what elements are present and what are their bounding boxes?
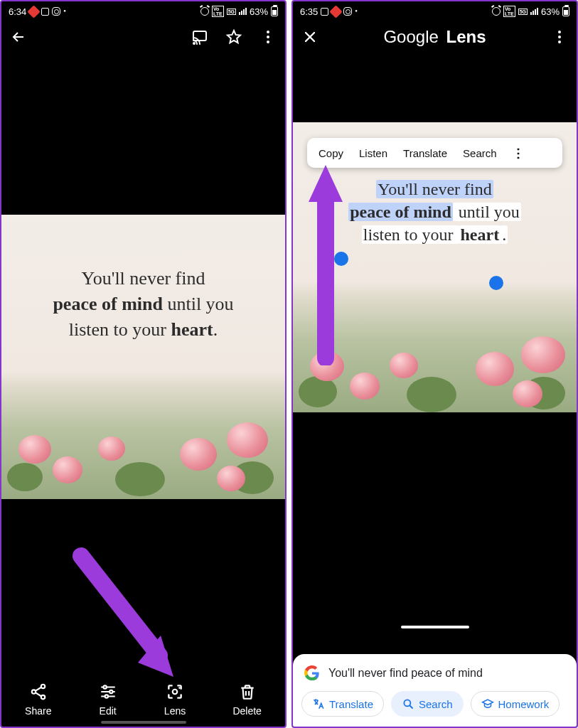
lens-mode-chips: Translate Search Homework bbox=[301, 691, 568, 717]
svg-point-8 bbox=[103, 685, 106, 688]
search-icon bbox=[402, 697, 414, 710]
volte-icon: VoLTE bbox=[503, 6, 515, 17]
svg-point-14 bbox=[558, 31, 561, 33]
chip-search[interactable]: Search bbox=[391, 691, 464, 717]
svg-point-12 bbox=[173, 690, 176, 693]
selection-handle-start[interactable] bbox=[334, 252, 348, 266]
chip-label: Search bbox=[419, 698, 453, 710]
photos-viewer-screen: 6:34 ● VoLTE 5G 63% bbox=[0, 0, 287, 728]
app-topbar bbox=[1, 21, 285, 53]
photo-flowers bbox=[293, 282, 577, 412]
status-bar: 6:34 ● VoLTE 5G 63% bbox=[1, 1, 285, 21]
svg-point-1 bbox=[193, 43, 195, 44]
svg-point-15 bbox=[558, 36, 561, 38]
chip-label: Homework bbox=[498, 698, 550, 710]
text-actions-overflow[interactable]: ⋯ bbox=[510, 147, 526, 159]
selection-handle-end[interactable] bbox=[489, 276, 503, 290]
lens-label: Lens bbox=[164, 705, 186, 717]
lens-title: Google Lens bbox=[383, 27, 486, 47]
lens-topbar: Google Lens bbox=[293, 21, 577, 53]
signal-icon bbox=[530, 8, 538, 15]
translate-icon bbox=[312, 697, 325, 710]
battery-pct: 63% bbox=[541, 6, 560, 17]
svg-point-3 bbox=[267, 36, 269, 38]
clock: 6:35 bbox=[300, 6, 318, 17]
favorite-button[interactable] bbox=[225, 28, 242, 46]
svg-point-13 bbox=[178, 687, 181, 689]
lens-button[interactable]: Lens bbox=[164, 682, 186, 717]
graduation-cap-icon bbox=[481, 697, 494, 710]
more-notifs-icon: ● bbox=[355, 9, 358, 13]
photo-quote-text: You'll never find peace of mind until yo… bbox=[1, 266, 285, 343]
google-logo-icon bbox=[304, 665, 320, 681]
delete-button[interactable]: Delete bbox=[232, 682, 261, 717]
annotation-arrow bbox=[67, 542, 188, 691]
search-button[interactable]: Search bbox=[463, 147, 497, 159]
chip-label: Translate bbox=[329, 698, 373, 710]
clock: 6:34 bbox=[9, 6, 26, 17]
copy-button[interactable]: Copy bbox=[319, 147, 343, 159]
overflow-menu[interactable] bbox=[259, 28, 277, 46]
device-frame-bottom bbox=[293, 607, 577, 636]
more-notifs-icon: ● bbox=[63, 9, 66, 13]
volte-icon: VoLTE bbox=[212, 6, 224, 17]
notif-icon bbox=[52, 7, 60, 16]
svg-point-4 bbox=[267, 41, 269, 43]
svg-point-16 bbox=[558, 41, 561, 43]
share-button[interactable]: Share bbox=[25, 682, 51, 717]
listen-button[interactable]: Listen bbox=[359, 147, 387, 159]
notif-icon bbox=[330, 5, 343, 18]
notif-icon bbox=[321, 8, 328, 16]
close-button[interactable] bbox=[301, 28, 319, 46]
translate-button[interactable]: Translate bbox=[403, 147, 447, 159]
battery-icon bbox=[271, 6, 278, 16]
signal-icon bbox=[239, 8, 247, 15]
selected-quote-text[interactable]: You'll never find peace of mind until yo… bbox=[293, 178, 577, 246]
svg-point-10 bbox=[105, 695, 107, 697]
photo-action-row: Share Edit Lens Delete bbox=[1, 682, 285, 717]
cast-icon[interactable] bbox=[191, 28, 208, 46]
chip-homework[interactable]: Homework bbox=[471, 691, 560, 717]
photo[interactable]: You'll never find peace of mind until yo… bbox=[1, 215, 285, 499]
share-label: Share bbox=[25, 705, 51, 717]
alarm-icon bbox=[492, 7, 501, 16]
text-actions-bar: Copy Listen Translate Search ⋯ bbox=[307, 138, 562, 168]
search-result-text: You'll never find peace of mind bbox=[328, 667, 483, 680]
notif-icon bbox=[41, 8, 49, 16]
google-lens-screen: 6:35 ● VoLTE 5G 63% Google Lens bbox=[291, 0, 578, 728]
notif-icon bbox=[28, 5, 41, 18]
status-bar: 6:35 ● VoLTE 5G 63% bbox=[293, 1, 577, 21]
edit-button[interactable]: Edit bbox=[99, 682, 117, 717]
back-button[interactable] bbox=[10, 28, 27, 46]
chip-translate[interactable]: Translate bbox=[301, 691, 384, 717]
svg-rect-0 bbox=[193, 31, 206, 41]
photo-flowers bbox=[1, 371, 285, 499]
battery-icon bbox=[562, 6, 569, 16]
5g-icon: 5G bbox=[227, 9, 236, 15]
nav-home-indicator[interactable] bbox=[401, 626, 469, 628]
lens-results-sheet[interactable]: You'll never find peace of mind Translat… bbox=[293, 654, 577, 727]
5g-icon: 5G bbox=[518, 9, 528, 15]
alarm-icon bbox=[200, 7, 209, 16]
battery-pct: 63% bbox=[250, 6, 268, 17]
overflow-menu[interactable] bbox=[551, 28, 568, 46]
edit-label: Edit bbox=[100, 705, 117, 717]
svg-point-2 bbox=[267, 31, 269, 33]
notif-icon bbox=[343, 7, 352, 16]
delete-label: Delete bbox=[232, 705, 261, 717]
svg-point-9 bbox=[109, 690, 112, 693]
nav-home-indicator[interactable] bbox=[101, 721, 186, 724]
